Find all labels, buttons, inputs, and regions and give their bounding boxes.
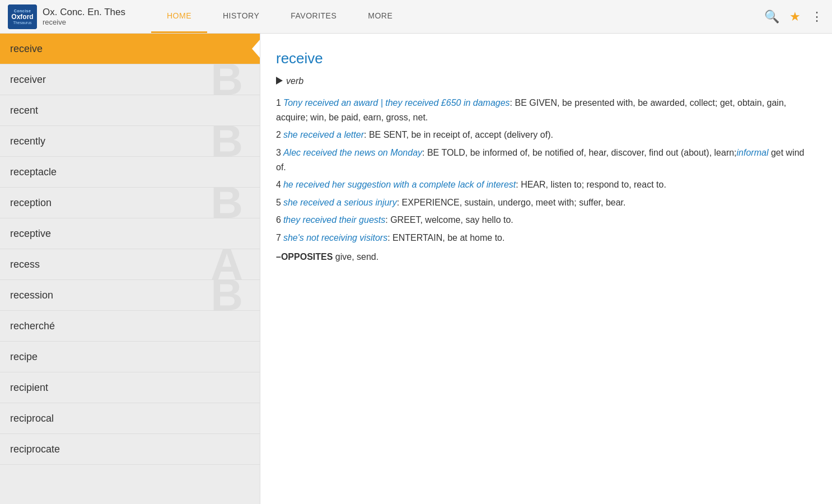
def-informal-label-3: informal: [737, 148, 769, 157]
logo-line2: Oxford: [11, 13, 33, 21]
definition-1: 1Tony received an award | they received …: [276, 96, 816, 124]
opposites-text: give, send.: [333, 252, 378, 262]
sidebar-item-label: reception: [10, 197, 52, 209]
more-icon[interactable]: ⋮: [811, 10, 823, 24]
definition-6: 6they received their guests: GREET, welc…: [276, 213, 816, 227]
content-area: receive verb 1Tony received an award | t…: [260, 34, 832, 504]
sidebar-item-receive[interactable]: receive: [0, 34, 260, 64]
app-title-area: Ox. Conc. En. Thes receive: [43, 7, 125, 26]
pos-label: verb: [286, 74, 303, 88]
logo-area: Concise Oxford Thesaurus Ox. Conc. En. T…: [0, 4, 146, 29]
watermark: B: [211, 280, 243, 311]
def-number-6: 6: [276, 215, 281, 225]
main-layout: receive receiver B recent recently B rec…: [0, 34, 832, 504]
sidebar-item-label: receptacle: [10, 166, 57, 178]
logo-line3: Thesaurus: [13, 21, 31, 25]
def-example-6: they received their guests: [283, 215, 385, 225]
header-actions: 🔍 ★ ⋮: [764, 10, 832, 24]
app-title: Ox. Conc. En. Thes: [43, 7, 125, 18]
sidebar-item-recently[interactable]: recently B: [0, 126, 260, 157]
sidebar: receive receiver B recent recently B rec…: [0, 34, 260, 504]
sidebar-item-recess[interactable]: recess A: [0, 249, 260, 280]
tab-more[interactable]: MORE: [352, 0, 408, 33]
sidebar-item-recipient[interactable]: recipient: [0, 372, 260, 403]
pos-line: verb: [276, 74, 816, 88]
sidebar-item-receptive[interactable]: receptive: [0, 218, 260, 249]
sidebar-item-reciprocal[interactable]: reciprocal: [0, 403, 260, 434]
sidebar-item-recipe[interactable]: recipe: [0, 342, 260, 372]
app-logo: Concise Oxford Thesaurus: [8, 4, 37, 29]
sidebar-item-label: recherché: [10, 320, 55, 332]
sidebar-item-receptacle[interactable]: receptacle: [0, 157, 260, 188]
watermark: B: [211, 126, 243, 157]
sidebar-item-reciprocate[interactable]: reciprocate: [0, 434, 260, 465]
def-number-5: 5: [276, 198, 281, 207]
sidebar-item-label: recent: [10, 105, 38, 116]
def-example-5: she received a serious injury: [283, 198, 397, 207]
def-example-1: Tony received an award | they received £…: [283, 98, 510, 108]
sidebar-item-label: receiver: [10, 74, 46, 86]
header: Concise Oxford Thesaurus Ox. Conc. En. T…: [0, 0, 832, 34]
opposites-label: –OPPOSITES: [276, 252, 333, 262]
tab-favorites[interactable]: FAVORITES: [275, 0, 352, 33]
pos-triangle-icon: [276, 77, 283, 85]
logo-line1: Concise: [14, 9, 31, 13]
sidebar-item-label: recession: [10, 290, 53, 301]
def-synonyms-7: : ENTERTAIN, be at home to.: [387, 233, 504, 242]
def-synonyms-6: : GREET, welcome, say hello to.: [385, 215, 513, 225]
sidebar-item-receiver[interactable]: receiver B: [0, 64, 260, 95]
def-number-4: 4: [276, 180, 281, 189]
tab-home[interactable]: HOME: [151, 0, 207, 33]
sidebar-item-reception[interactable]: reception B: [0, 188, 260, 218]
def-number-3: 3: [276, 148, 281, 157]
nav-tabs: HOME HISTORY FAVORITES MORE: [151, 0, 408, 33]
watermark: A: [211, 249, 243, 280]
def-example-4: he received her suggestion with a comple…: [283, 180, 516, 189]
sidebar-item-label: reciprocal: [10, 413, 54, 424]
definition-4: 4he received her suggestion with a compl…: [276, 178, 816, 192]
sidebar-item-label: reciprocate: [10, 444, 60, 455]
word-title: receive: [276, 47, 816, 71]
star-icon[interactable]: ★: [789, 10, 801, 24]
definition-7: 7she's not receiving visitors: ENTERTAIN…: [276, 231, 816, 245]
definition-3: 3Alec received the news on Monday: BE TO…: [276, 146, 816, 174]
def-example-7: she's not receiving visitors: [283, 233, 387, 242]
sidebar-item-label: recipe: [10, 351, 38, 363]
search-icon[interactable]: 🔍: [764, 10, 779, 24]
app-subtitle: receive: [43, 18, 125, 26]
watermark: B: [211, 64, 243, 95]
watermark: B: [211, 188, 243, 218]
def-synonyms-3: : BE TOLD, be informed of, be notified o…: [422, 148, 737, 157]
def-synonyms-2: : BE SENT, be in receipt of, accept (del…: [364, 130, 553, 139]
def-example-3: Alec received the news on Monday: [283, 148, 422, 157]
def-number-2: 2: [276, 130, 281, 139]
sidebar-item-label: recently: [10, 136, 45, 147]
sidebar-item-label: receive: [10, 43, 43, 55]
opposites-line: –OPPOSITES give, send.: [276, 250, 816, 264]
definition-5: 5she received a serious injury: EXPERIEN…: [276, 195, 816, 210]
def-synonyms-5: : EXPERIENCE, sustain, undergo, meet wit…: [397, 198, 626, 207]
def-example-2: she received a letter: [283, 130, 364, 139]
sidebar-item-recession[interactable]: recession B: [0, 280, 260, 311]
definition-2: 2she received a letter: BE SENT, be in r…: [276, 128, 816, 142]
def-synonyms-4: : HEAR, listen to; respond to, react to.: [516, 180, 666, 189]
sidebar-item-label: recipient: [10, 382, 48, 394]
def-number-1: 1: [276, 98, 281, 108]
sidebar-item-label: recess: [10, 259, 40, 270]
sidebar-item-recent[interactable]: recent: [0, 95, 260, 126]
def-number-7: 7: [276, 233, 281, 242]
sidebar-item-recherche[interactable]: recherché: [0, 311, 260, 342]
tab-history[interactable]: HISTORY: [207, 0, 275, 33]
sidebar-item-label: receptive: [10, 228, 51, 240]
